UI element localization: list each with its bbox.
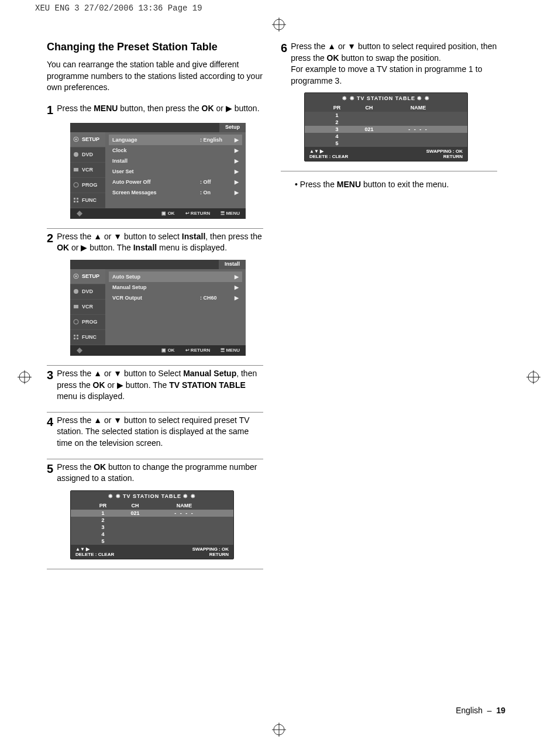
svg-rect-25 (74, 305, 78, 308)
divider (47, 569, 263, 569)
tst-row: 5 (305, 140, 467, 147)
tst-row: 1021- - - - (71, 510, 233, 517)
osd-tab-prog: PROG (70, 315, 105, 330)
osd-row-vcroutput: VCR Output: CH60▶ (109, 293, 242, 303)
step-6-text: Press the ▲ or ▼ button to select requir… (291, 41, 497, 87)
osd-sidebar: SETUP DVD VCR PROG FUNC (70, 132, 105, 208)
left-column: Changing the Preset Station Table You ca… (47, 41, 263, 572)
print-header: XEU ENG 3 27/02/2006 13:36 Page 19 (35, 4, 202, 13)
svg-rect-20 (77, 201, 78, 202)
svg-rect-29 (74, 338, 75, 339)
svg-rect-19 (74, 201, 75, 202)
osd-row-screenmessages: Screen Messages: On▶ (109, 187, 242, 198)
divider (47, 459, 263, 459)
tst-row: 1 (305, 112, 467, 119)
step-1-number: 1 (47, 103, 53, 117)
step-5-number: 5 (47, 462, 53, 476)
osd-tab-dvd: DVD (70, 284, 105, 300)
osd-tab-setup: SETUP (70, 132, 105, 147)
divider (47, 412, 263, 413)
osd-tab-dvd: DVD (70, 147, 105, 163)
osd-row-userset: User Set▶ (109, 166, 242, 177)
svg-rect-28 (77, 335, 78, 336)
osd-row-autopoweroff: Auto Power Off: Off▶ (109, 177, 242, 187)
tst-footer: ▲▼ ▶DELETE : CLEAR SWAPPING : OKRETURN (305, 147, 467, 161)
svg-marker-31 (77, 348, 82, 353)
step-3-number: 3 (47, 368, 53, 382)
svg-point-16 (74, 183, 78, 187)
step-1-text: Press the MENU button, then press the OK… (57, 103, 259, 115)
tv-station-table-1: ❋ ❋ TV STATION TABLE ❋ ❋ PR CH NAME 1021… (70, 490, 234, 559)
divider (47, 228, 263, 229)
exit-menu-bullet: • Press the MENU button to exit the menu… (295, 180, 497, 189)
tst-row: 5 (71, 538, 233, 545)
tst-title: ❋ ❋ TV STATION TABLE ❋ ❋ (71, 491, 233, 501)
divider (281, 171, 497, 171)
tst-column-headers: PR CH NAME (71, 501, 233, 510)
crop-mark-right (526, 370, 540, 386)
osd-tab-vcr: VCR (70, 163, 105, 178)
osd-row-language: Language: English▶ (109, 135, 242, 145)
osd-install: Install SETUP DVD VCR PROG FUNC Auto Set… (70, 260, 246, 356)
osd-setup: Setup SETUP DVD VCR PROG FUNC Language: … (70, 123, 246, 219)
divider (47, 365, 263, 366)
tst-footer: ▲▼ ▶DELETE : CLEAR SWAPPING : OKRETURN (71, 545, 233, 559)
osd-setup-title: Setup (219, 123, 246, 132)
step-3-text: Press the ▲ or ▼ button to Select Manual… (57, 368, 263, 403)
osd-install-title: Install (219, 260, 246, 269)
osd-install-footer: ▣ OK ↩ RETURN ☰ MENU (70, 345, 246, 356)
osd-tab-func: FUNC (70, 330, 105, 345)
svg-point-24 (74, 289, 78, 294)
osd-row-manualsetup: Manual Setup▶ (109, 282, 242, 293)
tv-station-table-2: ❋ ❋ TV STATION TABLE ❋ ❋ PR CH NAME 1 2 … (304, 92, 468, 161)
svg-rect-18 (77, 198, 78, 200)
osd-setup-main: Language: English▶ Clock▶ Install▶ User … (105, 132, 246, 208)
osd-tab-setup: SETUP (70, 269, 105, 284)
svg-point-23 (75, 276, 77, 277)
osd-row-clock: Clock▶ (109, 145, 242, 156)
section-title: Changing the Preset Station Table (47, 41, 263, 53)
crop-mark-top (272, 18, 286, 33)
svg-rect-17 (74, 198, 75, 200)
svg-marker-21 (77, 211, 82, 217)
step-2-text: Press the ▲ or ▼ button to select Instal… (57, 231, 263, 254)
step-5-text: Press the OK button to change the progra… (57, 462, 263, 484)
tst-row: 2 (305, 119, 467, 126)
osd-row-autosetup: Auto Setup▶ (109, 272, 242, 282)
tst-row: 2 (71, 517, 233, 524)
tst-row: 3021- - - - (305, 126, 467, 133)
svg-rect-30 (77, 338, 78, 339)
step-2-number: 2 (47, 231, 53, 245)
osd-row-install: Install▶ (109, 156, 242, 166)
svg-point-26 (74, 319, 78, 324)
step-4-text: Press the ▲ or ▼ button to select requir… (57, 415, 263, 449)
tst-column-headers: PR CH NAME (305, 104, 467, 112)
svg-point-13 (75, 139, 77, 140)
nav-icon (76, 210, 83, 217)
osd-tab-vcr: VCR (70, 300, 105, 315)
svg-rect-15 (74, 168, 78, 171)
step-4-number: 4 (47, 415, 53, 429)
tst-title: ❋ ❋ TV STATION TABLE ❋ ❋ (305, 93, 467, 104)
page-footer: English – 19 (456, 706, 505, 715)
svg-point-14 (74, 152, 78, 157)
tst-row: 3 (71, 524, 233, 531)
tst-row: 4 (305, 133, 467, 140)
step-6-number: 6 (281, 41, 287, 55)
right-column: 6 Press the ▲ or ▼ button to select requ… (281, 41, 497, 572)
section-intro: You can rearrange the station table and … (47, 59, 263, 94)
osd-setup-footer: ▣ OK ↩ RETURN ☰ MENU (70, 208, 246, 219)
crop-mark-bottom (272, 723, 286, 738)
osd-tab-prog: PROG (70, 178, 105, 193)
crop-mark-left (18, 370, 32, 386)
tst-row: 4 (71, 531, 233, 538)
osd-tab-func: FUNC (70, 193, 105, 208)
svg-rect-27 (74, 335, 75, 336)
